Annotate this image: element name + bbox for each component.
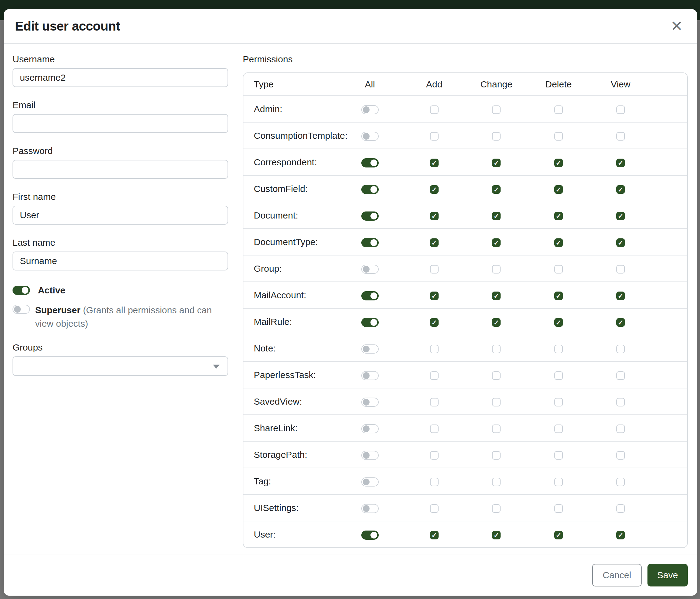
permission-delete-checkbox[interactable] [554, 265, 563, 273]
permission-delete-checkbox[interactable] [554, 425, 563, 433]
permission-all-toggle[interactable] [361, 344, 379, 354]
permission-change-checkbox[interactable]: ✓ [492, 531, 501, 540]
permission-all-toggle[interactable] [361, 158, 379, 167]
permission-view-checkbox[interactable]: ✓ [616, 291, 625, 300]
permission-delete-checkbox[interactable]: ✓ [554, 185, 563, 194]
permission-row: StoragePath: [243, 441, 687, 468]
permission-delete-checkbox[interactable]: ✓ [554, 531, 563, 540]
permission-all-toggle[interactable] [361, 424, 379, 433]
permission-delete-checkbox[interactable]: ✓ [554, 291, 563, 300]
permission-view-checkbox[interactable]: ✓ [616, 238, 625, 247]
permission-all-toggle[interactable] [361, 504, 379, 513]
permission-change-checkbox[interactable]: ✓ [492, 212, 501, 220]
superuser-toggle[interactable] [12, 305, 30, 314]
permission-add-checkbox[interactable]: ✓ [430, 318, 439, 327]
permission-change-checkbox[interactable] [492, 398, 501, 406]
permission-view-checkbox[interactable] [616, 132, 625, 141]
last-name-field[interactable] [12, 251, 228, 270]
permission-add-checkbox[interactable] [430, 345, 439, 353]
permission-all-toggle[interactable] [361, 451, 379, 460]
permission-view-checkbox[interactable] [616, 504, 625, 513]
permission-delete-checkbox[interactable]: ✓ [554, 238, 563, 247]
permission-view-checkbox[interactable]: ✓ [616, 159, 625, 167]
password-field[interactable] [12, 160, 228, 179]
permission-change-checkbox[interactable] [492, 265, 501, 273]
email-field[interactable] [12, 114, 228, 133]
permission-change-checkbox[interactable]: ✓ [492, 238, 501, 247]
permission-all-toggle[interactable] [361, 105, 379, 114]
save-button[interactable]: Save [648, 564, 688, 586]
permission-delete-checkbox[interactable] [554, 398, 563, 406]
permission-add-checkbox[interactable]: ✓ [430, 159, 439, 167]
permission-change-checkbox[interactable] [492, 132, 501, 141]
permission-delete-checkbox[interactable]: ✓ [554, 318, 563, 327]
permission-delete-checkbox[interactable] [554, 345, 563, 353]
permission-add-checkbox[interactable]: ✓ [430, 291, 439, 300]
permission-all-toggle[interactable] [361, 265, 379, 274]
permission-all-toggle[interactable] [361, 185, 379, 194]
permission-add-checkbox[interactable]: ✓ [430, 531, 439, 540]
permission-change-checkbox[interactable] [492, 504, 501, 513]
permission-all-toggle[interactable] [361, 318, 379, 327]
permission-view-checkbox[interactable] [616, 345, 625, 353]
permission-add-checkbox[interactable]: ✓ [430, 185, 439, 194]
permission-all-toggle[interactable] [361, 132, 379, 141]
permission-view-checkbox[interactable] [616, 371, 625, 380]
permission-change-checkbox[interactable] [492, 451, 501, 460]
permission-all-toggle[interactable] [361, 477, 379, 486]
permission-change-checkbox[interactable] [492, 478, 501, 486]
permission-all-toggle[interactable] [361, 530, 379, 540]
permission-change-checkbox[interactable] [492, 425, 501, 433]
permission-view-checkbox[interactable]: ✓ [616, 531, 625, 540]
permission-add-checkbox[interactable] [430, 451, 439, 460]
permission-add-checkbox[interactable] [430, 398, 439, 406]
close-icon[interactable]: ✕ [668, 18, 686, 35]
permission-add-checkbox[interactable] [430, 478, 439, 486]
permission-change-checkbox[interactable] [492, 371, 501, 380]
permission-delete-checkbox[interactable] [554, 132, 563, 141]
permission-add-checkbox[interactable] [430, 371, 439, 380]
permission-delete-checkbox[interactable]: ✓ [554, 159, 563, 167]
groups-select[interactable] [12, 356, 228, 376]
active-toggle[interactable] [12, 286, 30, 295]
permission-view-checkbox[interactable] [616, 105, 625, 114]
username-input[interactable] [12, 68, 228, 87]
permission-change-checkbox[interactable] [492, 345, 501, 353]
first-name-field[interactable] [12, 206, 228, 224]
permission-add-checkbox[interactable] [430, 425, 439, 433]
permission-add-checkbox[interactable] [430, 504, 439, 513]
permission-view-checkbox[interactable] [616, 425, 625, 433]
row-spacer [652, 148, 687, 175]
permission-view-checkbox[interactable] [616, 265, 625, 273]
permission-add-checkbox[interactable] [430, 105, 439, 114]
permission-view-checkbox[interactable] [616, 398, 625, 406]
permission-delete-checkbox[interactable] [554, 451, 563, 460]
permission-change-checkbox[interactable]: ✓ [492, 318, 501, 327]
permission-delete-checkbox[interactable] [554, 504, 563, 513]
permission-all-toggle[interactable] [361, 371, 379, 380]
permission-all-toggle[interactable] [361, 398, 379, 407]
row-spacer [652, 282, 687, 308]
permission-view-checkbox[interactable]: ✓ [616, 185, 625, 194]
permission-view-checkbox[interactable]: ✓ [616, 212, 625, 220]
permission-delete-checkbox[interactable] [554, 478, 563, 486]
permission-delete-checkbox[interactable] [554, 105, 563, 114]
permission-add-checkbox[interactable] [430, 132, 439, 141]
permission-all-toggle[interactable] [361, 291, 379, 301]
permission-all-toggle[interactable] [361, 238, 379, 247]
permission-add-checkbox[interactable] [430, 265, 439, 273]
permission-delete-checkbox[interactable]: ✓ [554, 212, 563, 220]
permission-add-checkbox[interactable]: ✓ [430, 212, 439, 220]
permission-change-checkbox[interactable] [492, 105, 501, 114]
permission-view-checkbox[interactable]: ✓ [616, 318, 625, 327]
permission-change-checkbox[interactable]: ✓ [492, 291, 501, 300]
permission-view-checkbox[interactable] [616, 478, 625, 486]
toggle-knob [371, 319, 377, 326]
permission-all-toggle[interactable] [361, 212, 379, 221]
permission-change-checkbox[interactable]: ✓ [492, 185, 501, 194]
permission-view-checkbox[interactable] [616, 451, 625, 460]
permission-add-checkbox[interactable]: ✓ [430, 238, 439, 247]
permission-change-checkbox[interactable]: ✓ [492, 159, 501, 167]
cancel-button[interactable]: Cancel [592, 564, 641, 586]
permission-delete-checkbox[interactable] [554, 371, 563, 380]
